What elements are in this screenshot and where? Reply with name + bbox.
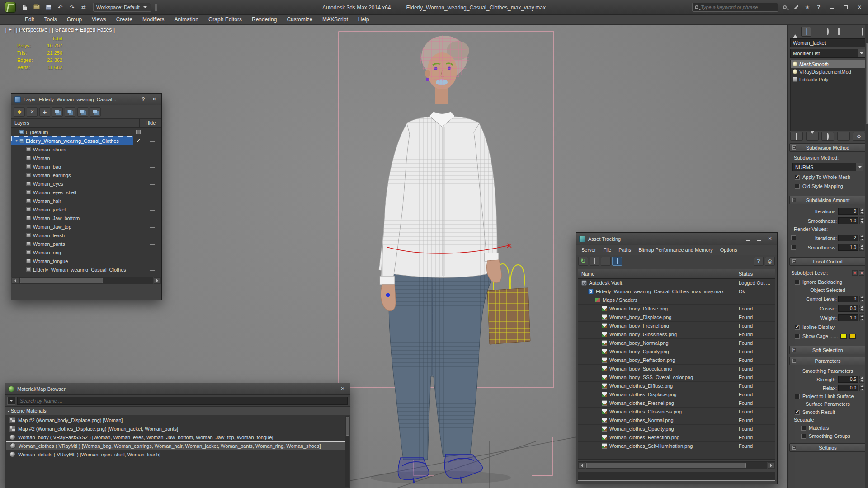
asset-row[interactable]: Woman_body_Opacity.png Found	[578, 347, 775, 356]
help-button[interactable]	[814, 3, 823, 12]
layer-name[interactable]: Woman_ring	[33, 250, 61, 255]
menu-item[interactable]: Options	[717, 245, 741, 255]
hide-toggle[interactable]: —	[143, 224, 161, 230]
menu-item[interactable]: Rendering	[247, 15, 282, 24]
layer-name[interactable]: Woman	[33, 155, 50, 161]
tab-display[interactable]	[834, 27, 844, 37]
asset-name[interactable]: Woman_clothes_Fresnel.png	[609, 400, 674, 406]
select-layer-objects-button[interactable]	[52, 107, 63, 117]
menu-item[interactable]: Server	[578, 245, 599, 255]
hide-toggle[interactable]: —	[143, 130, 161, 135]
asset-row[interactable]: Woman_clothes_Self-Illumination.png Foun…	[578, 442, 775, 450]
create-new-layer-button[interactable]	[14, 107, 25, 117]
rollout-header[interactable]: + Soft Selection	[789, 346, 866, 354]
help-button[interactable]	[754, 257, 764, 266]
layer-row-main[interactable]: Woman_jacket	[11, 205, 133, 214]
control-level-field[interactable]: 0	[838, 296, 858, 302]
material-row[interactable]: Woman_details ( VRayMtl ) [Woman_eyes_sh…	[6, 450, 345, 459]
open-file-button[interactable]	[32, 3, 42, 12]
material-name[interactable]: Map #2 (Woman_clothes_Displace.png) [Wom…	[18, 426, 178, 432]
asset-name[interactable]: Maps / Shaders	[603, 297, 637, 303]
render-smoothness-checkbox[interactable]	[791, 245, 796, 250]
layer-row[interactable]: ▼ Elderly_Woman_wearing_Casual_Clothes —	[11, 136, 161, 145]
menu-item[interactable]: Paths	[615, 245, 635, 255]
scroll-left-icon[interactable]	[12, 277, 19, 284]
tab-utilities[interactable]	[844, 27, 854, 37]
hide-toggle[interactable]: —	[143, 267, 161, 272]
filter-dropdown-icon[interactable]	[7, 397, 15, 405]
collapse-icon[interactable]: −	[792, 145, 796, 150]
asset-name-cell[interactable]: Woman_body_Normal.png	[578, 339, 736, 347]
menu-item[interactable]: Help	[353, 15, 374, 24]
render-iterations-field[interactable]: 2	[838, 235, 858, 241]
table-view-button[interactable]	[590, 257, 599, 266]
help-search-input[interactable]	[701, 5, 775, 10]
modifier-visibility-icon[interactable]	[793, 69, 797, 74]
pin-button[interactable]	[765, 257, 775, 266]
asset-name-cell[interactable]: Woman_clothes_Fresnel.png	[578, 399, 736, 407]
hide-toggle[interactable]: —	[143, 173, 161, 178]
relax-field[interactable]: 0.0	[838, 385, 858, 391]
make-unique-button[interactable]	[821, 132, 834, 141]
asset-row[interactable]: Woman_clothes_Reflection.png Found	[578, 433, 775, 442]
viewport-label[interactable]: [ + ] [ Perspective ] [ Shaded + Edged F…	[5, 27, 115, 33]
layer-row[interactable]: Woman_hair —	[11, 197, 161, 205]
scroll-right-icon[interactable]	[768, 462, 775, 469]
scrollbar-thumb[interactable]	[586, 463, 746, 468]
menu-item[interactable]: MAXScript	[317, 15, 353, 24]
menu-item[interactable]: Group	[62, 15, 87, 24]
asset-name[interactable]: Woman_clothes_Diffuse.png	[609, 383, 673, 389]
asset-name-cell[interactable]: Woman_body_Glossiness.png	[578, 330, 736, 338]
layer-row[interactable]: Woman_eyes —	[11, 179, 161, 188]
rollout-header[interactable]: − Parameters	[789, 357, 866, 365]
asset-row[interactable]: Woman_body_Refraction.png Found	[578, 356, 775, 365]
layer-name[interactable]: Woman_eyes	[33, 181, 63, 187]
layer-name[interactable]: Elderly_Woman_wearing_Casual_Clothes	[26, 138, 119, 144]
iterations-field[interactable]: 0	[838, 208, 858, 215]
save-file-button[interactable]	[43, 3, 53, 12]
rollout-header[interactable]: − Subdivision Method	[789, 143, 866, 152]
hide-toggle[interactable]: —	[143, 181, 161, 187]
scene-materials-section-header[interactable]: - Scene Materials	[5, 407, 350, 415]
layer-row[interactable]: Woman_leash —	[11, 231, 161, 239]
scrollbar-thumb[interactable]	[866, 43, 868, 124]
asset-row[interactable]: Autodesk Vault Logged Out ...	[578, 279, 775, 287]
modifier-list-dropdown[interactable]: Modifier List	[790, 49, 865, 58]
layer-row[interactable]: Woman_Jaw_bottom —	[11, 214, 161, 222]
scrollbar-thumb[interactable]	[346, 417, 349, 436]
hide-toggle[interactable]: —	[143, 216, 161, 221]
layer-name[interactable]: 0 (default)	[26, 130, 48, 135]
scroll-track[interactable]	[19, 277, 153, 284]
asset-name-cell[interactable]: Woman_body_Refraction.png	[578, 356, 736, 364]
scrollbar-thumb[interactable]	[20, 278, 103, 283]
delete-layer-button[interactable]	[27, 107, 38, 117]
layer-name[interactable]: Elderly_Woman_wearing_Casual_Clothes	[33, 267, 126, 272]
layer-row[interactable]: Woman_tongue —	[11, 257, 161, 265]
asset-name-cell[interactable]: Autodesk Vault	[578, 279, 736, 287]
layer-name[interactable]: Woman_earrings	[33, 173, 71, 178]
asset-name-cell[interactable]: Woman_clothes_Glossiness.png	[578, 408, 736, 416]
asset-status-field[interactable]	[578, 472, 775, 481]
asset-name[interactable]: Woman_body_Refraction.png	[609, 357, 675, 363]
material-vscrollbar[interactable]	[345, 416, 349, 487]
smooth-result-checkbox[interactable]	[795, 410, 800, 415]
asset-name[interactable]: Woman_body_Normal.png	[609, 340, 669, 346]
asset-name-cell[interactable]: Woman_body_Displace.png	[578, 313, 736, 321]
menu-item[interactable]: Customize	[282, 15, 317, 24]
smoothness-spinner[interactable]	[859, 217, 864, 224]
spinner-down-icon[interactable]	[859, 299, 864, 302]
model-head[interactable]	[420, 35, 469, 104]
title-bar[interactable]: Workspace: Default Autodesk 3ds Max 2014…	[0, 0, 868, 15]
asset-name[interactable]: Woman_body_Opacity.png	[609, 349, 669, 354]
minimize-button[interactable]	[744, 235, 752, 243]
pin-stack-button[interactable]	[790, 132, 803, 141]
tab-motion[interactable]	[823, 27, 833, 37]
tab-hierarchy[interactable]	[812, 27, 822, 37]
spinner-up-icon[interactable]	[859, 235, 864, 238]
spinner-down-icon[interactable]	[859, 388, 864, 391]
asset-row[interactable]: Woman_clothes_Fresnel.png Found	[578, 399, 775, 408]
configure-modifier-sets-button[interactable]	[853, 132, 865, 141]
layer-name[interactable]: Woman_Jaw_bottom	[33, 216, 80, 221]
asset-name[interactable]: Woman_body_Fresnel.png	[609, 323, 669, 328]
layer-row-main[interactable]: 0 (default)	[11, 128, 133, 136]
